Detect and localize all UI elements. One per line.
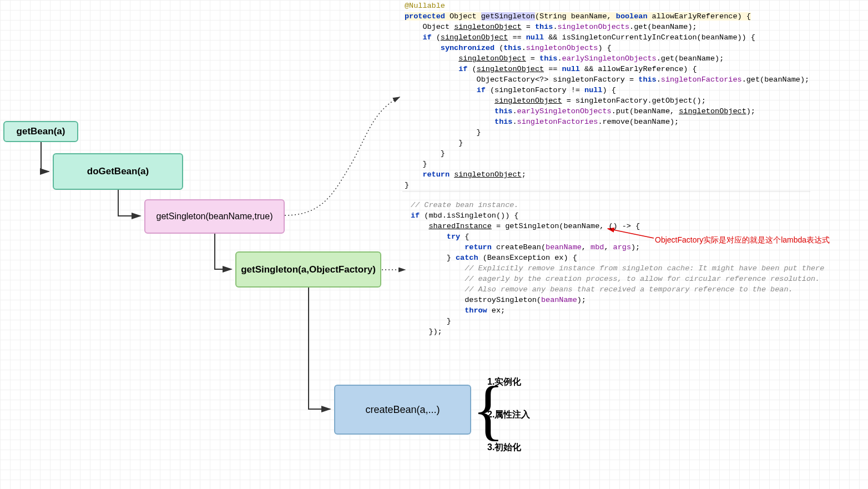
code-createbean: // Create bean instance. if (mbd.isSingl… — [411, 200, 824, 337]
code-getsingleton: @Nullable protected Object getSingleton(… — [405, 1, 809, 190]
node-createbean: createBean(a,...) — [334, 385, 471, 435]
node-getsingleton2: getSingleton(a,ObjectFactory) — [235, 251, 381, 288]
create-steps: 1.实例化 2.属性注入 3.初始化 — [487, 376, 530, 453]
step-2: 2.属性注入 — [487, 409, 530, 421]
step-3: 3.初始化 — [487, 442, 530, 453]
node-getbean: getBean(a) — [3, 121, 78, 142]
step-1: 1.实例化 — [487, 376, 530, 388]
node-dogetbean: doGetBean(a) — [53, 153, 183, 190]
node-getsingleton1: getSingleton(beanName,true) — [144, 199, 285, 234]
lambda-annotation: ObjectFactory实际是对应的就是这个lambda表达式 — [655, 235, 830, 245]
